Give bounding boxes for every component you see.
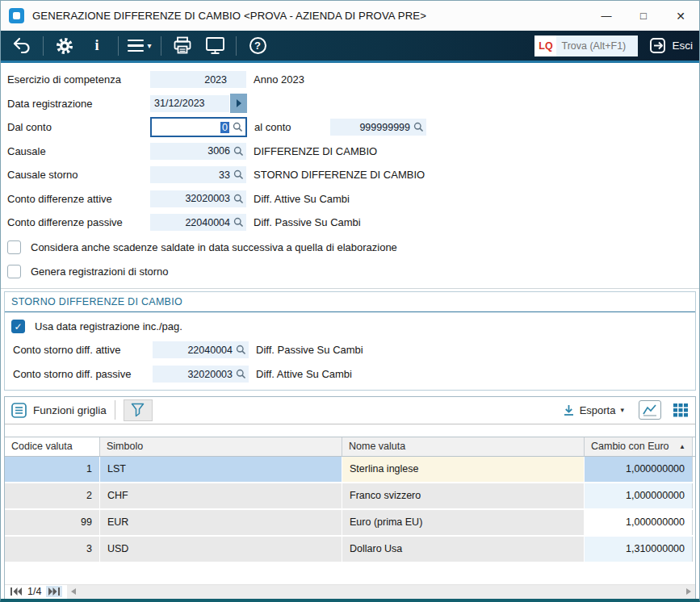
grid-empty-area: [5, 563, 695, 584]
cell-codice[interactable]: 1: [5, 457, 100, 482]
info-button[interactable]: i: [83, 33, 111, 59]
app-window: GENERAZIONE DIFFERENZE DI CAMBIO <PROVA …: [0, 0, 700, 602]
print-button[interactable]: [169, 33, 196, 59]
gear-icon: [55, 36, 74, 56]
calendar-dropdown-button[interactable]: [230, 94, 247, 113]
first-page-button[interactable]: [10, 586, 23, 597]
dal-conto-input[interactable]: 0: [150, 117, 247, 137]
grid-functions-label: Funzioni griglia: [33, 404, 107, 416]
cell-simbolo[interactable]: LST: [100, 457, 342, 482]
cell-codice[interactable]: 2: [5, 483, 100, 508]
cell-nome[interactable]: Dollaro Usa: [342, 537, 585, 562]
form-row-storno-attive: Conto storno diff. attive 22040004 Diff.…: [5, 338, 695, 362]
lookup-icon[interactable]: [236, 345, 246, 355]
grid-toolbar-separator: [115, 400, 115, 420]
help-button[interactable]: ?: [244, 33, 271, 59]
cell-cambio[interactable]: 1,000000000: [585, 457, 693, 482]
conto-attive-field[interactable]: 32020003: [150, 190, 246, 207]
close-button[interactable]: ✕: [662, 1, 699, 31]
layout-grid-button[interactable]: [673, 403, 689, 417]
cell-nome[interactable]: Euro (prima EU): [342, 510, 585, 535]
conto-passive-desc: Diff. Passive Su Cambi: [254, 216, 361, 228]
data-registrazione-label: Data registrazione: [7, 98, 150, 110]
app-icon: [9, 8, 24, 23]
grid-header: Codice valuta Simbolo Nome valuta Cambio…: [5, 437, 695, 457]
table-row[interactable]: 99 EUR Euro (prima EU) 1,000000000: [5, 510, 695, 537]
scadenze-checkbox[interactable]: [7, 240, 21, 254]
esercizio-field[interactable]: 2023: [150, 71, 246, 88]
cell-nome[interactable]: Franco svizzero: [342, 483, 585, 508]
conto-passive-field[interactable]: 22040004: [150, 214, 246, 231]
toolbar-separator: [161, 36, 161, 56]
minimize-button[interactable]: —: [588, 1, 625, 31]
undo-button[interactable]: [8, 33, 36, 59]
cell-simbolo[interactable]: USD: [100, 537, 342, 562]
storno-section: STORNO DIFFERENZE DI CAMBIO ✓ Usa data r…: [4, 291, 696, 391]
column-header-cambio[interactable]: Cambio con Euro▲: [585, 437, 693, 456]
exit-button[interactable]: Esci: [649, 37, 693, 54]
cell-simbolo[interactable]: EUR: [100, 510, 342, 535]
usa-data-checkbox[interactable]: ✓: [11, 320, 25, 333]
lq-badge: LQ: [534, 36, 556, 56]
checkbox-row-genera-storno: Genera registrazioni di storno: [1, 261, 699, 283]
form-row-conto-passive: Conto differenze passive 22040004 Diff. …: [1, 211, 699, 235]
find-input[interactable]: [556, 36, 638, 56]
cell-codice[interactable]: 99: [5, 510, 100, 535]
causale-storno-desc: STORNO DIFFERENZE DI CAMBIO: [254, 169, 425, 181]
page-indicator: 1/4: [27, 586, 41, 597]
export-button[interactable]: Esporta ▾: [563, 404, 624, 416]
cell-simbolo[interactable]: CHF: [100, 483, 342, 508]
grid-functions-button[interactable]: Funzioni griglia: [11, 403, 107, 418]
cell-cambio[interactable]: 1,000000000: [585, 510, 693, 535]
scroll-right-icon[interactable]: [686, 588, 691, 595]
lookup-icon[interactable]: [233, 194, 244, 204]
maximize-button[interactable]: □: [625, 1, 662, 31]
cell-nome-focused[interactable]: Sterlina inglese: [342, 457, 585, 482]
chart-button[interactable]: [639, 400, 661, 420]
table-row[interactable]: 1 LST Sterlina inglese 1,000000000: [5, 457, 695, 483]
table-row[interactable]: 3 USD Dollaro Usa 1,310000000: [5, 537, 695, 563]
scroll-left-icon[interactable]: [71, 588, 76, 595]
column-header-simbolo[interactable]: Simbolo: [100, 437, 342, 456]
column-header-codice[interactable]: Codice valuta: [5, 437, 100, 456]
settings-button[interactable]: [51, 33, 78, 59]
grid-toolbar: Funzioni griglia Esporta ▾: [5, 397, 695, 424]
al-conto-label: al conto: [254, 121, 330, 133]
info-icon: i: [94, 37, 99, 54]
lookup-icon[interactable]: [236, 369, 246, 379]
al-conto-field[interactable]: 999999999: [330, 119, 426, 136]
esercizio-label: Esercizio di competenza: [7, 73, 150, 86]
horizontal-scrollbar[interactable]: [67, 585, 695, 599]
window-controls: — □ ✕: [588, 1, 699, 31]
grid-bottom-bar: 1/4: [5, 584, 695, 599]
storno-attive-field[interactable]: 22040004: [153, 341, 249, 358]
data-registrazione-field[interactable]: 31/12/2023: [150, 95, 229, 112]
preview-button[interactable]: [201, 33, 228, 59]
storno-passive-field[interactable]: 32020003: [153, 366, 249, 383]
cell-cambio[interactable]: 1,000000000: [585, 483, 693, 508]
cell-codice[interactable]: 3: [5, 537, 100, 562]
last-page-button[interactable]: [46, 586, 62, 597]
menu-button[interactable]: ▾: [126, 33, 153, 59]
cell-cambio[interactable]: 1,310000000: [585, 537, 693, 562]
main-toolbar: i ▾ ? LQ Esci: [1, 31, 699, 63]
lookup-icon[interactable]: [233, 146, 244, 157]
first-page-icon: [10, 587, 22, 596]
causale-storno-field[interactable]: 33: [150, 166, 246, 183]
printer-icon: [173, 36, 192, 55]
window-title: GENERAZIONE DIFFERENZE DI CAMBIO <PROVA …: [32, 10, 426, 22]
help-icon: ?: [249, 37, 266, 54]
lookup-icon[interactable]: [233, 169, 244, 180]
toolbar-right: LQ Esci: [534, 36, 693, 56]
table-row[interactable]: 2 CHF Franco svizzero 1,000000000: [5, 483, 695, 510]
filter-button[interactable]: [124, 399, 153, 421]
causale-field[interactable]: 3006: [150, 143, 246, 160]
right-triangle-icon: [237, 99, 241, 107]
genera-storno-checkbox[interactable]: [7, 265, 21, 278]
form-row-conto-attive: Conto differenze attive 32020003 Diff. A…: [1, 187, 699, 211]
layout-grid-icon: [673, 403, 689, 417]
column-header-nome[interactable]: Nome valuta: [342, 437, 585, 456]
lookup-icon[interactable]: [233, 122, 243, 132]
lookup-icon[interactable]: [233, 217, 244, 228]
lookup-icon[interactable]: [413, 122, 424, 132]
